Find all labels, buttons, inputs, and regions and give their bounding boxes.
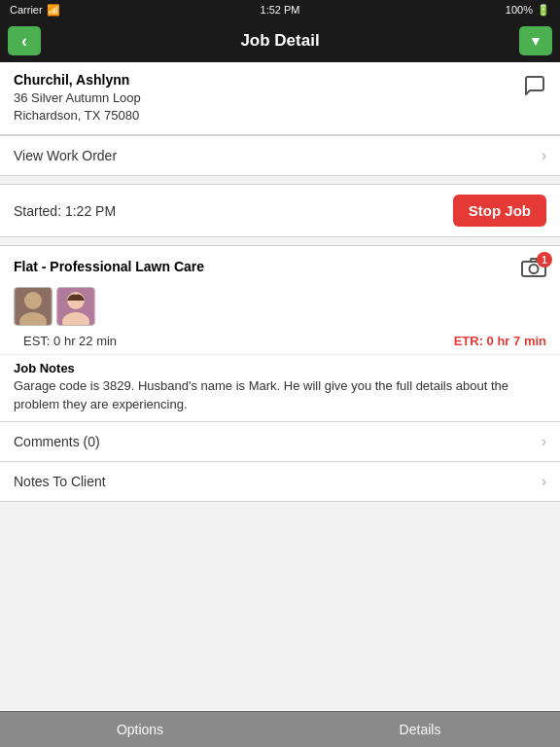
etr-label: ETR: 0 hr 7 min [454, 334, 546, 348]
tab-details[interactable]: Details [280, 712, 560, 747]
status-bar-time: 1:52 PM [261, 4, 300, 16]
battery-icon: 🔋 [537, 4, 550, 17]
tab-bar: Options Details [0, 711, 560, 747]
customer-section: Churchil, Ashlynn 36 Silver Autumn Loop … [0, 62, 560, 135]
dropdown-icon: ▼ [529, 33, 542, 49]
nav-title: Job Detail [240, 31, 319, 51]
notes-to-client-chevron-icon: › [542, 473, 546, 490]
job-title: Flat - Professional Lawn Care [14, 259, 204, 274]
customer-info: Churchil, Ashlynn 36 Silver Autumn Loop … [14, 72, 141, 124]
status-bar-left: Carrier 📶 [10, 4, 60, 17]
avatar-male [14, 287, 52, 326]
wifi-icon: 📶 [47, 4, 60, 17]
job-info-row [0, 283, 560, 334]
status-bar: Carrier 📶 1:52 PM 100% 🔋 [0, 0, 560, 19]
camera-badge-container[interactable]: 1 [521, 256, 546, 277]
work-order-label: View Work Order [14, 148, 117, 163]
job-section: Flat - Professional Lawn Care 1 [0, 245, 560, 501]
work-order-chevron-icon: › [542, 147, 546, 164]
tab-options[interactable]: Options [0, 712, 280, 747]
notes-to-client-label: Notes To Client [14, 474, 106, 489]
avatar-female [56, 287, 95, 326]
message-icon[interactable] [523, 74, 546, 102]
dropdown-button[interactable]: ▼ [519, 26, 552, 55]
content-area: Churchil, Ashlynn 36 Silver Autumn Loop … [0, 62, 560, 747]
job-notes-label: Job Notes [14, 361, 546, 375]
tab-details-label: Details [400, 722, 441, 737]
customer-address2: Richardson, TX 75080 [14, 107, 141, 124]
customer-name: Churchil, Ashlynn [14, 72, 141, 88]
back-button[interactable]: ‹ [8, 26, 41, 55]
started-row: Started: 1:22 PM Stop Job [0, 184, 560, 237]
comments-label: Comments (0) [14, 434, 100, 449]
status-bar-right: 100% 🔋 [506, 4, 550, 17]
avatars-container [14, 287, 99, 326]
svg-point-1 [530, 265, 539, 273]
job-notes-section: Job Notes Garage code is 3829. Husband's… [0, 354, 560, 420]
notes-to-client-row[interactable]: Notes To Client › [0, 461, 560, 501]
job-header: Flat - Professional Lawn Care 1 [0, 246, 560, 283]
nav-bar: ‹ Job Detail ▼ [0, 19, 560, 62]
customer-address1: 36 Silver Autumn Loop [14, 89, 141, 107]
comments-chevron-icon: › [542, 433, 546, 450]
camera-badge: 1 [537, 252, 552, 267]
job-notes-text: Garage code is 3829. Husband's name is M… [14, 377, 546, 412]
est-label: EST: 0 hr 22 min [23, 334, 117, 348]
male-avatar-image [16, 287, 51, 326]
back-chevron-icon: ‹ [21, 32, 27, 50]
stop-job-button[interactable]: Stop Job [453, 195, 546, 227]
svg-point-4 [24, 292, 42, 309]
female-avatar-image [58, 287, 93, 326]
comments-row[interactable]: Comments (0) › [0, 421, 560, 461]
tab-options-label: Options [117, 722, 163, 737]
battery-label: 100% [506, 4, 533, 16]
est-etr-row: EST: 0 hr 22 min ETR: 0 hr 7 min [0, 334, 560, 354]
work-order-row[interactable]: View Work Order › [0, 135, 560, 176]
started-label: Started: 1:22 PM [14, 203, 116, 219]
carrier-label: Carrier [10, 4, 43, 16]
